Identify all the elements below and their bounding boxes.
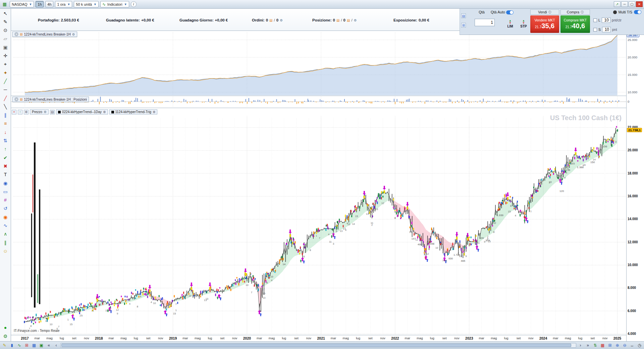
layout-icon[interactable]: ▦	[31, 343, 37, 348]
rotate-tool-icon[interactable]: ↺	[1, 205, 10, 212]
expand-panel-icon[interactable]: ↑	[18, 110, 22, 114]
positions-chart-svg[interactable]	[11, 96, 626, 108]
position-history-icon[interactable]: ▤	[347, 18, 350, 22]
multi-ts-knob-icon[interactable]	[613, 10, 617, 14]
info-icon[interactable]: ⓘ	[581, 10, 584, 14]
delete-tool-icon[interactable]: ▣	[1, 43, 10, 51]
zigzag-tool-icon[interactable]: ∧	[1, 230, 10, 238]
close-panel-icon[interactable]: ⊗	[24, 110, 29, 114]
fibonacci-tool-icon[interactable]: ≡	[1, 120, 10, 128]
time-axis[interactable]: 2017marmaglugsetnov2018marmaglugsetnov20…	[11, 335, 626, 341]
zoom-out-icon[interactable]: ⊖	[622, 343, 628, 348]
indicator1-chip[interactable]: 0224-kkHyperTrend--1Day ⊗	[56, 109, 108, 114]
orders-list-icon[interactable]: ▤	[269, 18, 272, 22]
auto-scroll-icon[interactable]: ⇅	[592, 343, 598, 348]
price-axis[interactable]: 26.35725.00020.00015.00010.000022.00020.…	[626, 9, 644, 341]
scroll-far-left-button[interactable]: «	[46, 343, 52, 348]
orders-settings-icon[interactable]: ⚙	[280, 18, 283, 22]
close-button[interactable]: ✕	[636, 1, 643, 7]
order-book-icon[interactable]: ▤	[461, 13, 466, 18]
clock-icon[interactable]: ◷	[636, 343, 643, 348]
alert-tool-icon[interactable]: ◉	[1, 213, 10, 221]
timeframe-1h-button[interactable]: 1h	[36, 1, 44, 7]
position-settings-icon[interactable]: ⚙	[354, 18, 357, 22]
scroll-left-button[interactable]: ‹	[53, 343, 59, 348]
wrench-icon[interactable]: ⚙	[72, 33, 75, 36]
trendline-tool-icon[interactable]: ╱	[1, 77, 10, 85]
draw-mode-icon[interactable]: ✎	[1, 343, 8, 348]
stop-points-input[interactable]	[602, 27, 611, 32]
toolbar-settings-icon[interactable]: ⚙	[1, 332, 10, 340]
close-icon[interactable]: ⊗	[103, 110, 106, 114]
positions-chart[interactable]	[11, 96, 626, 108]
close-icon[interactable]: ⊗	[153, 110, 155, 114]
channel-tool-icon[interactable]: ∥	[1, 239, 10, 246]
timeframe-4h-button[interactable]: 4h	[45, 1, 53, 7]
stop-order-button[interactable]: ▲▼ STP	[518, 16, 530, 32]
cursor-tool-icon[interactable]: ↖	[1, 9, 10, 17]
connection-status-icon[interactable]: ●	[1, 323, 10, 331]
limit-points-input[interactable]	[602, 17, 610, 23]
close-icon[interactable]: ✕	[14, 32, 18, 36]
close-icon[interactable]: ✕	[14, 97, 18, 101]
units-select[interactable]: 50 k unità ▼	[74, 1, 99, 7]
equity-chart[interactable]	[11, 31, 626, 96]
grid-view-icon[interactable]: ⊞	[23, 343, 30, 348]
segment-tool-icon[interactable]: ╲	[1, 103, 10, 110]
horizontal-line-tool-icon[interactable]: ─	[1, 86, 10, 94]
scrollbar-thumb[interactable]	[61, 344, 571, 347]
keypad-icon[interactable]: ⊞	[461, 23, 466, 28]
eraser-tool-icon[interactable]: ▱	[1, 35, 10, 43]
price-chart-svg[interactable]: 101481474905987449301.7244651093042121.9…	[11, 108, 626, 335]
wrench-icon[interactable]: ⚙	[44, 110, 47, 114]
scroll-far-right-button[interactable]: »	[585, 343, 591, 348]
ray-tool-icon[interactable]: ╱	[1, 94, 10, 102]
scroll-right-button[interactable]: ›	[577, 343, 584, 348]
indicators-select[interactable]: ∿ Indicatori ▼	[100, 1, 129, 7]
instrument-select[interactable]: NASDAQ ▼	[10, 1, 34, 7]
maximize-button[interactable]: ▢	[629, 1, 635, 7]
price-chart[interactable]: 101481474905987449301.7244651093042121.9…	[11, 108, 626, 335]
stop-checkbox[interactable]	[593, 28, 597, 32]
qty-auto-toggle[interactable]	[506, 10, 514, 14]
limit-order-button[interactable]: ▲▼ LIM	[504, 16, 516, 32]
text-tool-icon[interactable]: T	[1, 171, 10, 179]
rectangle-tool-icon[interactable]: ▭	[1, 188, 10, 195]
sell-market-button[interactable]: Vendere MKT 21.735,6	[530, 15, 559, 33]
stats-tool-icon[interactable]: ∿	[1, 222, 10, 230]
pin-tool-icon[interactable]: ◉	[1, 179, 10, 187]
pattern-tool-icon[interactable]: #	[1, 196, 10, 204]
add-indicator-icon[interactable]: +	[12, 110, 16, 114]
period-select[interactable]: 1 ora ▼	[55, 1, 72, 7]
horizontal-scrollbar[interactable]	[60, 343, 576, 348]
price-chip[interactable]: Prezzo ⚙	[30, 109, 49, 114]
pencil-tool-icon[interactable]: ✎	[1, 18, 10, 26]
crosshair-tool-icon[interactable]: ⌖	[1, 60, 10, 68]
multi-ts-toggle[interactable]	[634, 10, 641, 14]
position-list-icon[interactable]: ▤	[336, 18, 339, 22]
parallel-lines-tool-icon[interactable]: ∥	[1, 111, 10, 119]
candlestick-view-icon[interactable]: ▮	[9, 343, 15, 348]
magnet-tool-icon[interactable]: ✦	[1, 69, 10, 77]
info-icon[interactable]: i	[131, 1, 137, 7]
zoom-in-icon[interactable]: ⊕	[614, 343, 621, 348]
list-icon[interactable]: ▤	[50, 110, 55, 114]
confirm-icon[interactable]: ✔	[1, 154, 10, 161]
fit-width-icon[interactable]: ↔	[629, 343, 635, 348]
calendar-icon[interactable]: ▦	[599, 343, 606, 348]
positions-panel-tab[interactable]: ✕ ▤ 1224-kkTrendLines Breaker-1H : Posiz…	[12, 97, 89, 102]
equity-panel-tab[interactable]: ✕ ▤ 1224-kkTrendLines Breaker-1H ⚙	[12, 32, 77, 37]
windows-icon[interactable]: ⊞	[607, 343, 613, 348]
updown-arrows-icon[interactable]: ⇅	[1, 137, 10, 145]
buy-arrow-icon[interactable]: ↑	[1, 145, 10, 153]
snapshot-icon[interactable]: ▣	[38, 343, 45, 348]
info-icon[interactable]: ⓘ	[548, 10, 551, 14]
cancel-icon[interactable]: ✖	[1, 162, 10, 170]
minimize-button[interactable]: ─	[621, 1, 628, 7]
new-chart-icon[interactable]: ↗	[614, 1, 621, 7]
emoji-tool-icon[interactable]: ☺	[1, 247, 10, 255]
move-tool-icon[interactable]: ✛	[1, 52, 10, 60]
sell-arrow-icon[interactable]: ↓	[1, 128, 10, 136]
zoom-tool-icon[interactable]: ⊙	[1, 27, 10, 34]
buy-market-button[interactable]: Comprare MKT 21.740,6	[560, 15, 590, 33]
